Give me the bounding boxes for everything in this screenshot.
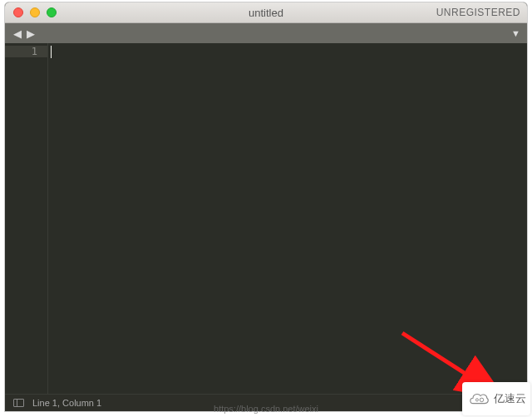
window-controls xyxy=(13,7,57,17)
svg-point-2 xyxy=(475,399,478,401)
status-bar: Line 1, Column 1 Tab Size: 4 xyxy=(5,394,527,411)
line-number: 1 xyxy=(5,46,47,57)
maximize-window-button[interactable] xyxy=(47,7,57,17)
cursor-position-label[interactable]: Line 1, Column 1 xyxy=(32,398,101,408)
tab-dropdown-icon[interactable]: ▼ xyxy=(511,28,520,38)
nav-back-icon[interactable]: ◀ xyxy=(12,27,23,40)
cloud-icon xyxy=(467,391,490,406)
minimize-window-button[interactable] xyxy=(30,7,40,17)
watermark-logo: 亿速云 xyxy=(462,382,530,415)
text-cursor xyxy=(51,46,52,58)
panel-switcher-icon[interactable] xyxy=(13,399,24,407)
line-gutter: 1 xyxy=(5,43,48,394)
editor-area: 1 xyxy=(5,43,527,394)
editor-window: untitled UNREGISTERED ◀ ▶ ▼ 1 Line 1, Co… xyxy=(4,2,528,412)
text-editor[interactable] xyxy=(48,43,527,394)
titlebar: untitled UNREGISTERED xyxy=(5,2,527,23)
tab-bar: ◀ ▶ ▼ xyxy=(5,23,527,43)
nav-forward-icon[interactable]: ▶ xyxy=(25,27,37,40)
registration-label: UNREGISTERED xyxy=(436,7,520,18)
svg-point-3 xyxy=(480,398,483,401)
watermark-logo-text: 亿速云 xyxy=(494,391,526,406)
close-window-button[interactable] xyxy=(13,7,23,17)
